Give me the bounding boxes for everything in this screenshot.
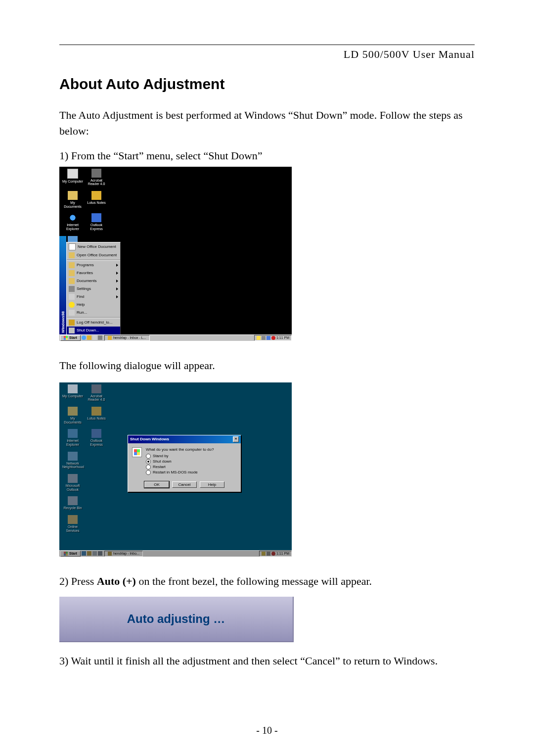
- app-icon: [108, 336, 112, 340]
- header-product: LD 500/500V User Manual: [59, 48, 475, 61]
- page-number: - 10 -: [0, 725, 534, 736]
- label: Log Off hendrid_lo...: [77, 320, 112, 325]
- desktop-icon-recycle-bin[interactable]: Recycle Bin: [62, 496, 83, 510]
- radio-icon: [146, 459, 151, 464]
- label: Outlook Express: [86, 439, 107, 446]
- ql-outlook-icon[interactable]: [87, 551, 91, 556]
- desktop-icon-acrobat[interactable]: Acrobat Reader 4.0: [86, 384, 107, 402]
- tray-av-icon[interactable]: [271, 552, 275, 556]
- ok-button[interactable]: OK: [144, 481, 169, 488]
- step-2-post: on the front bezel, the following messag…: [136, 575, 372, 587]
- start-menu-item-help[interactable]: Help: [67, 301, 120, 309]
- desktop-icon-my-computer[interactable]: My Computer: [62, 169, 83, 186]
- clock[interactable]: 1:11 PM: [276, 552, 289, 555]
- label: Run...: [77, 310, 87, 315]
- tray-volume-icon[interactable]: [262, 336, 266, 340]
- start-menu-item-documents[interactable]: Documents: [67, 277, 120, 285]
- section-heading: About Auto Adjustment: [59, 76, 475, 93]
- menu-separator: [67, 317, 120, 318]
- label: Lotus Notes: [86, 201, 107, 205]
- ql-channel-icon[interactable]: [98, 335, 102, 340]
- start-button[interactable]: Start: [60, 335, 81, 341]
- radio-standby[interactable]: Stand by: [146, 454, 237, 459]
- desktop-icon-lotus-notes[interactable]: Lotus Notes: [86, 191, 107, 208]
- label: My Documents: [62, 201, 83, 208]
- desktop-icon-my-documents[interactable]: My Documents: [62, 407, 83, 424]
- radio-restart[interactable]: Restart: [146, 465, 237, 470]
- tray-av-icon[interactable]: [271, 336, 275, 340]
- ql-desktop-icon[interactable]: [92, 551, 97, 556]
- menu-separator: [67, 260, 120, 261]
- taskbar-button[interactable]: hendrlap - Inbo...: [104, 551, 143, 557]
- start-menu-item-find[interactable]: Find: [67, 293, 120, 301]
- radio-shutdown[interactable]: Shut down: [146, 459, 237, 464]
- help-button[interactable]: Help: [200, 481, 224, 488]
- tray-scheduler-icon[interactable]: [267, 336, 270, 340]
- label: Outlook Express: [86, 223, 107, 231]
- system-tray: 1:11 PM: [259, 551, 292, 557]
- radio-icon: [146, 454, 151, 459]
- radio-msdos[interactable]: Restart in MS-DOS mode: [146, 470, 237, 475]
- desktop-icon-online-services[interactable]: Online Services: [62, 515, 83, 532]
- label: Restart: [153, 465, 166, 469]
- tray-volume-icon[interactable]: [267, 552, 270, 556]
- desktop-icon-internet-explorer[interactable]: Internet Explorer: [62, 429, 83, 446]
- desktop-icon-outlook-express[interactable]: Outlook Express: [86, 429, 107, 446]
- shutdown-dialog: Shut Down Windows × What do you want the…: [128, 435, 241, 492]
- label: Lotus Notes: [86, 417, 107, 421]
- label: Shut Down...: [77, 328, 99, 332]
- quick-launch: [82, 335, 102, 340]
- label: hendrlap - Inbox - L...: [113, 336, 146, 339]
- ql-ie-icon[interactable]: [82, 335, 86, 340]
- radio-icon: [146, 465, 151, 470]
- label: Favorites: [77, 271, 93, 275]
- ql-desktop-icon[interactable]: [92, 335, 97, 340]
- dialogue-intro: The following dialogue will appear.: [59, 358, 475, 374]
- close-button[interactable]: ×: [233, 436, 239, 442]
- cancel-button[interactable]: Cancel: [172, 481, 197, 488]
- label: Recycle Bin: [62, 506, 83, 510]
- taskbar: Start hendrlap - Inbox - L... 1:11 PM: [59, 334, 292, 341]
- windows-flag-icon: [134, 449, 140, 455]
- label: Acrobat Reader 4.0: [86, 394, 107, 402]
- desktop-icon-my-computer[interactable]: My Computer: [62, 384, 83, 402]
- label: Documents: [77, 279, 96, 283]
- start-menu-item-run[interactable]: Run...: [67, 309, 120, 317]
- step-2-pre: 2) Press: [59, 575, 97, 587]
- start-menu-item-settings[interactable]: Settings: [67, 285, 120, 293]
- start-menu-item-open-office-doc[interactable]: Open Office Document: [67, 251, 120, 259]
- ql-outlook-icon[interactable]: [87, 335, 91, 340]
- label: My Computer: [62, 394, 83, 398]
- dialog-title: Shut Down Windows: [130, 437, 169, 441]
- app-icon: [108, 552, 112, 556]
- desktop-icon-my-documents[interactable]: My Documents: [62, 191, 83, 208]
- start-menu-item-favorites[interactable]: Favorites: [67, 269, 120, 277]
- label: Help: [77, 302, 85, 307]
- start-menu-item-logoff[interactable]: Log Off hendrid_lo...: [67, 319, 120, 327]
- desktop-icon-lotus-notes[interactable]: Lotus Notes: [86, 407, 107, 424]
- desktop-icon-internet-explorer[interactable]: Internet Explorer: [62, 213, 83, 231]
- ql-ie-icon[interactable]: [82, 551, 86, 556]
- label: Microsoft Outlook: [62, 484, 83, 491]
- clock[interactable]: 1:11 PM: [276, 336, 289, 339]
- step-1-text: 1) From the “Start” menu, select “Shut D…: [59, 148, 475, 164]
- start-menu-item-programs[interactable]: Programs: [67, 261, 120, 269]
- label: Network Neighborhood: [62, 462, 83, 469]
- tray-icon[interactable]: [262, 552, 266, 556]
- desktop-icon-network-neighborhood[interactable]: Network Neighborhood: [62, 452, 83, 469]
- desktop-icon-acrobat[interactable]: Acrobat Reader 4.0: [86, 169, 107, 186]
- start-menu-item-new-office-doc[interactable]: New Office Document: [67, 242, 120, 251]
- label: Start: [69, 552, 77, 555]
- label: Shut down: [153, 459, 172, 464]
- tray-icon[interactable]: [257, 336, 261, 340]
- ql-channel-icon[interactable]: [98, 551, 102, 556]
- taskbar-button[interactable]: hendrlap - Inbox - L...: [104, 335, 150, 341]
- start-button[interactable]: Start: [60, 551, 81, 557]
- start-menu-item-shutdown[interactable]: Shut Down...: [67, 327, 120, 334]
- intro-paragraph: The Auto Adjustment is best performed at…: [59, 107, 475, 139]
- desktop-icon-outlook-express[interactable]: Outlook Express: [86, 213, 107, 231]
- label: Online Services: [62, 525, 83, 532]
- desktop-icon-ms-outlook[interactable]: Microsoft Outlook: [62, 474, 83, 491]
- windows-flag-icon: [64, 336, 68, 340]
- dialog-question: What do you want the computer to do?: [146, 447, 237, 452]
